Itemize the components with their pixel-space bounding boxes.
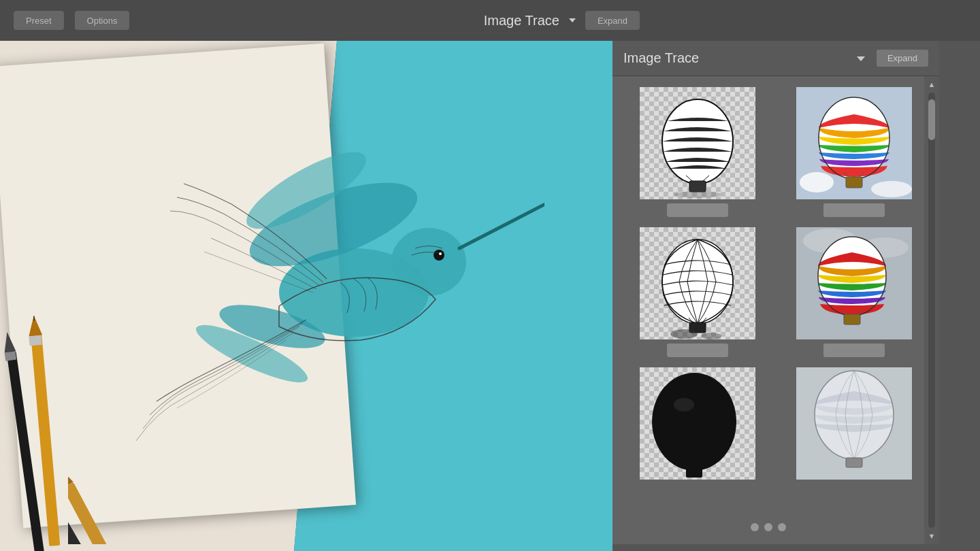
svg-point-30	[800, 172, 834, 193]
svg-point-42	[670, 329, 698, 339]
svg-rect-49	[844, 314, 860, 324]
panel-scrollbar: ▲ ▼	[924, 76, 939, 544]
panel-title: Image Trace	[623, 50, 845, 66]
svg-point-4	[434, 250, 444, 261]
svg-rect-21	[29, 335, 42, 346]
thumbnail-item-6[interactable]	[780, 367, 928, 499]
options-button[interactable]: Options	[75, 11, 130, 30]
thumbnail-4-label	[823, 344, 885, 357]
thumbnail-item-3[interactable]	[623, 227, 772, 359]
svg-point-2	[391, 228, 466, 296]
image-trace-toolbar-title: Image Trace	[484, 13, 559, 29]
preset-button[interactable]: Preset	[14, 11, 64, 30]
svg-point-5	[439, 252, 442, 255]
svg-rect-34	[846, 177, 862, 188]
svg-point-52	[652, 373, 736, 471]
thumbnail-item-5[interactable]	[623, 367, 772, 499]
svg-line-22	[34, 316, 35, 321]
svg-marker-23	[857, 56, 865, 61]
svg-point-28	[674, 191, 721, 198]
svg-rect-18	[5, 352, 17, 361]
thumbnail-3-image	[640, 227, 755, 339]
thumbnail-grid	[612, 76, 939, 510]
thumbnail-3-label	[667, 344, 728, 357]
thumbnail-5-image	[640, 367, 755, 480]
main-toolbar: Preset Options Image Trace Expand	[0, 0, 980, 41]
scroll-track[interactable]	[928, 93, 935, 528]
svg-marker-17	[1, 331, 16, 353]
panel-expand-button[interactable]: Expand	[877, 50, 928, 67]
thumbnail-1-image	[640, 87, 755, 199]
panel-dropdown-button[interactable]	[851, 52, 871, 65]
thumbnail-1-label	[667, 203, 728, 217]
thumbnail-item-4[interactable]	[780, 227, 928, 359]
footer-dot-2	[764, 523, 772, 531]
svg-line-3	[459, 194, 544, 248]
thumbnail-2-label	[823, 203, 885, 217]
scroll-up-arrow[interactable]: ▲	[926, 79, 937, 90]
pencils-illustration	[0, 313, 170, 551]
svg-point-43	[701, 333, 721, 339]
image-trace-dropdown-button[interactable]	[562, 13, 583, 28]
svg-point-54	[674, 398, 694, 412]
footer-dot-1	[751, 523, 759, 531]
svg-marker-0	[569, 18, 576, 22]
svg-marker-20	[27, 315, 43, 337]
svg-rect-53	[686, 468, 702, 478]
svg-rect-58	[846, 458, 862, 467]
thumbnail-2-image	[796, 87, 912, 199]
scroll-down-arrow[interactable]: ▼	[926, 531, 937, 541]
thumbnail-6-image	[796, 367, 912, 480]
thumbnail-item-2[interactable]	[780, 87, 928, 219]
panel-footer	[612, 510, 924, 544]
canvas-area	[0, 41, 612, 551]
svg-point-31	[871, 181, 912, 197]
image-trace-panel: Image Trace Expand	[612, 41, 939, 544]
thumbnail-item-1[interactable]	[623, 87, 772, 219]
svg-rect-25	[689, 181, 706, 192]
footer-dot-3	[778, 523, 786, 531]
expand-button[interactable]: Expand	[585, 11, 640, 30]
scroll-thumb	[928, 99, 935, 140]
thumbnail-4-image	[796, 227, 912, 339]
